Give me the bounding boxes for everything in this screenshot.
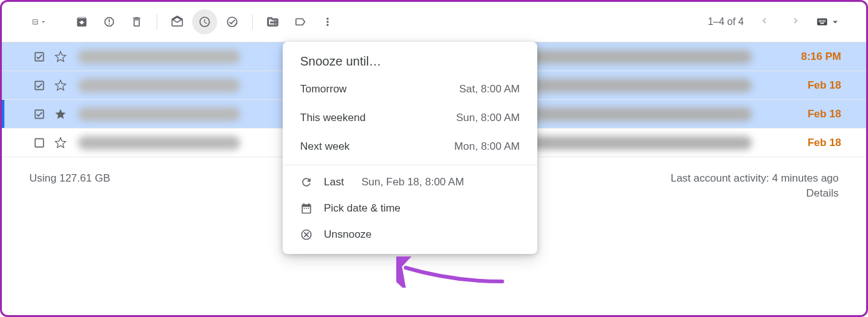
snooze-popup: Snooze until… Tomorrow Sat, 8:00 AM This… [283, 42, 537, 254]
toolbar-right: 1–4 of 4 [708, 9, 841, 34]
more-button[interactable] [315, 9, 340, 34]
sender-blurred [78, 107, 240, 121]
snooze-last-label: Last [324, 176, 344, 188]
divider [157, 14, 157, 29]
storage-text: Using 127.61 GB [29, 172, 110, 200]
report-spam-button[interactable] [97, 9, 122, 34]
row-checkbox[interactable] [33, 108, 46, 120]
chevron-down-icon [829, 16, 841, 28]
snooze-option-time: Sat, 8:00 AM [459, 83, 520, 95]
snooze-weekend[interactable]: This weekend Sun, 8:00 AM [283, 104, 537, 132]
next-page-button[interactable] [785, 10, 806, 34]
details-link[interactable]: Details [671, 187, 839, 200]
snooze-last[interactable]: Last Sun, Feb 18, 8:00 AM [283, 169, 537, 195]
row-checkbox[interactable] [33, 137, 46, 149]
star-icon[interactable] [54, 51, 67, 63]
snooze-option-label: Next week [300, 140, 349, 153]
snooze-option-label: This weekend [300, 112, 366, 124]
snooze-unsnooze[interactable]: Unsnooze [283, 222, 537, 248]
activity-text: Last account activity: 4 minutes ago [671, 172, 839, 185]
star-icon[interactable] [54, 108, 67, 120]
subject-blurred [515, 107, 752, 121]
snooze-tomorrow[interactable]: Tomorrow Sat, 8:00 AM [283, 75, 537, 104]
labels-button[interactable] [288, 9, 313, 34]
row-checkbox[interactable] [33, 51, 46, 63]
snooze-pick-label: Pick date & time [324, 202, 401, 215]
divider [283, 165, 537, 165]
select-checkbox[interactable] [27, 9, 52, 34]
move-to-button[interactable] [260, 9, 285, 34]
sender-blurred [78, 136, 240, 150]
input-tools-button[interactable] [816, 9, 841, 34]
prev-page-button[interactable] [754, 10, 775, 34]
delete-button[interactable] [124, 9, 149, 34]
divider [252, 14, 253, 29]
snooze-button[interactable] [192, 9, 217, 34]
refresh-icon [300, 176, 313, 188]
snooze-pick-date[interactable]: Pick date & time [283, 195, 537, 222]
star-icon[interactable] [54, 137, 67, 149]
email-time: Feb 18 [785, 79, 841, 92]
snooze-option-time: Mon, 8:00 AM [454, 140, 520, 153]
subject-blurred [515, 50, 752, 64]
row-checkbox[interactable] [33, 79, 46, 92]
email-time: Feb 18 [785, 108, 841, 120]
snooze-unsnooze-label: Unsnooze [324, 228, 372, 241]
email-time: 8:16 PM [785, 51, 841, 63]
toolbar: 1–4 of 4 [2, 2, 866, 42]
mark-unread-button[interactable] [165, 9, 190, 34]
email-time: Feb 18 [785, 137, 841, 149]
snooze-option-label: Tomorrow [300, 83, 347, 95]
chevron-down-icon [40, 16, 47, 28]
calendar-icon [300, 202, 313, 215]
cancel-icon [300, 228, 313, 241]
snooze-title: Snooze until… [283, 42, 537, 75]
snooze-option-time: Sun, 8:00 AM [456, 112, 520, 124]
star-icon[interactable] [54, 79, 67, 92]
subject-blurred [515, 79, 752, 92]
svg-rect-0 [34, 22, 37, 22]
archive-button[interactable] [69, 9, 94, 34]
subject-blurred [515, 136, 752, 150]
arrow-annotation [396, 256, 509, 288]
sender-blurred [78, 79, 240, 92]
snooze-last-time: Sun, Feb 18, 8:00 AM [361, 176, 464, 188]
sender-blurred [78, 50, 240, 64]
snooze-next-week[interactable]: Next week Mon, 8:00 AM [283, 132, 537, 161]
add-to-tasks-button[interactable] [220, 9, 245, 34]
pagination-text: 1–4 of 4 [708, 16, 744, 27]
